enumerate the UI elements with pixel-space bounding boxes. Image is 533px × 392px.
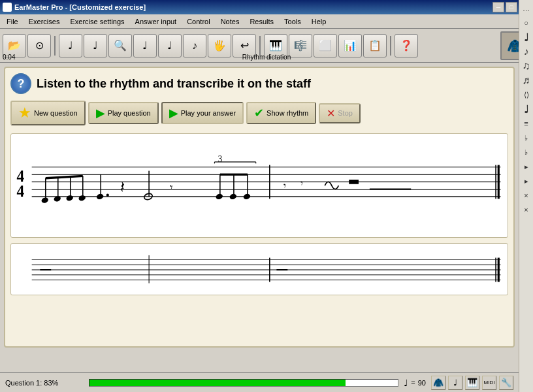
side-btn-triple[interactable]: ≡ [521,118,532,129]
question-icon: ? [10,73,31,94]
toolbar-btn-12[interactable]: ⬜ [314,34,337,57]
toolbar-btn-2[interactable]: ♩ [59,34,82,57]
app-icon [3,3,12,12]
svg-point-31 [216,193,223,201]
svg-text:𝄾: 𝄾 [300,182,303,186]
side-btn-note2[interactable]: ♩ [521,103,532,115]
toolbar-sep-3 [390,36,391,56]
side-btn-arrow2[interactable]: ▸ [521,175,532,187]
menu-notes[interactable]: Notes [216,16,245,27]
play-answer-icon: ▶ [169,106,178,120]
bottom-staff-area[interactable] [10,243,508,295]
question-header: ? Listen to the rhythm and transcribe it… [10,73,508,94]
play-question-icon: ▶ [96,106,105,120]
side-btn-quarter[interactable]: ♩ [521,31,532,43]
toolbar-btn-8[interactable]: 🖐 [208,34,231,57]
status-icons: 🧥 ♩ 🎹 MIDI 🔧 [431,376,513,390]
svg-line-18 [46,176,83,178]
svg-text:4: 4 [16,182,24,200]
progress-bar-container [89,379,398,387]
side-btn-flat2[interactable]: ♭ [521,146,532,158]
svg-point-17 [78,195,86,202]
progress-bar [89,380,346,386]
toolbar-sep-2 [259,36,261,56]
status-metronome-btn[interactable]: ♩ [448,376,462,390]
status-teacher-btn[interactable]: 🧥 [431,376,445,390]
side-btn-circle[interactable]: ○ [521,17,532,29]
svg-text:𝄾: 𝄾 [283,184,286,188]
toolbar-btn-14[interactable]: 📋 [363,34,387,57]
main-content: ? Listen to the rhythm and transcribe it… [4,67,515,348]
menu-exercise-settings[interactable]: Exercise settings [65,16,129,27]
right-panel: … ○ ♩ ♪ ♫ ♬ ⟨⟩ ♩ ≡ ♭ ♭ ▸ ▸ × × [519,0,533,392]
stop-button[interactable]: ✕ Stop [319,103,361,123]
play-answer-button[interactable]: ▶ Play your answer [161,102,244,124]
toolbar-help-button[interactable]: ❓ [395,34,418,57]
svg-point-20 [96,193,104,201]
bottom-staff-svg [11,244,508,295]
tempo-note-symbol: ♩ [404,378,408,388]
title-bar: EarMaster Pro - [Customized exercise] ─ … [0,0,533,14]
star-icon: ★ [18,105,31,122]
status-midi-btn[interactable]: MIDI [482,376,496,390]
svg-point-33 [229,193,237,201]
menu-results[interactable]: Results [244,16,279,27]
svg-text:3: 3 [218,154,223,163]
svg-point-35 [243,193,251,201]
new-question-button[interactable]: ★ New question [10,101,86,125]
maximize-button[interactable]: □ [506,2,517,12]
menu-answer-input[interactable]: Answer input [130,16,182,27]
side-btn-arrow1[interactable]: ▸ [521,161,532,172]
window-title: EarMaster Pro - [Customized exercise] [14,3,146,11]
tempo-equals: = [411,379,415,387]
status-settings-btn[interactable]: 🔧 [499,376,513,390]
side-btn-eighth[interactable]: ♪ [521,46,532,57]
svg-text:𝄽: 𝄽 [121,182,125,192]
side-btn-double-beamed[interactable]: ♬ [521,74,532,86]
toolbar-sep-1 [54,36,56,56]
toolbar-btn-11[interactable]: 🎼 [289,34,312,57]
side-btn-x1[interactable]: × [521,189,532,201]
side-btn-flat1[interactable]: ♭ [521,132,532,144]
side-btn-beamed[interactable]: ♫ [521,60,532,72]
svg-point-11 [41,197,49,204]
menu-control[interactable]: Control [182,16,215,27]
action-row: ★ New question ▶ Play question ▶ Play yo… [10,101,508,125]
svg-point-15 [66,195,74,202]
title-text: EarMaster Pro - [Customized exercise] [3,3,146,12]
status-bar: Question 1: 83% ♩ = 90 🧥 ♩ 🎹 MIDI 🔧 [0,372,519,392]
side-btn-x2[interactable]: × [521,204,532,216]
side-btn-bracket[interactable]: ⟨⟩ [521,89,532,101]
menu-exercises[interactable]: Exercises [24,16,65,27]
top-staff-area: 4 4 𝄽 [10,133,508,238]
status-piano-btn[interactable]: 🎹 [465,376,479,390]
top-staff-svg: 4 4 𝄽 [11,134,508,237]
toolbar-btn-13[interactable]: 📊 [338,34,362,57]
toolbar-btn-7[interactable]: ♪ [183,34,206,57]
toolbar-btn-4[interactable]: 🔍 [108,34,132,57]
svg-rect-39 [349,180,359,184]
minimize-button[interactable]: ─ [493,2,504,12]
menu-bar: File Exercises Exercise settings Answer … [0,14,533,29]
status-question-label: Question 1: 83% [5,379,84,387]
menu-tools[interactable]: Tools [279,16,306,27]
stop-icon: ✕ [327,107,335,120]
question-text: Listen to the rhythm and transcribe it o… [37,77,311,91]
toolbar-record-button[interactable]: ⊙ [27,34,51,57]
show-rhythm-button[interactable]: ✔ Show rhythm [246,102,316,124]
side-btn-dots[interactable]: … [521,3,532,14]
exercise-label: Rhythm dictation [242,54,291,61]
tempo-display: ♩ = 90 [404,378,426,388]
play-question-button[interactable]: ▶ Play question [88,102,159,124]
timer-display: 0:04 [3,54,15,61]
menu-file[interactable]: File [1,16,24,27]
toolbar-btn-5[interactable]: ♩ [133,34,157,57]
menu-help[interactable]: Help [306,16,332,27]
tempo-value: 90 [418,379,426,387]
toolbar-btn-3[interactable]: ♩ [84,34,107,57]
svg-point-21 [106,193,109,197]
check-icon: ✔ [254,106,264,120]
toolbar: 📂 ⊙ ♩ ♩ 🔍 ♩ ♩ ♪ 🖐 ↩ 🎹 🎼 ⬜ 📊 📋 ❓ 0:04 Rhy… [0,29,533,63]
toolbar-btn-6[interactable]: ♩ [158,34,182,57]
